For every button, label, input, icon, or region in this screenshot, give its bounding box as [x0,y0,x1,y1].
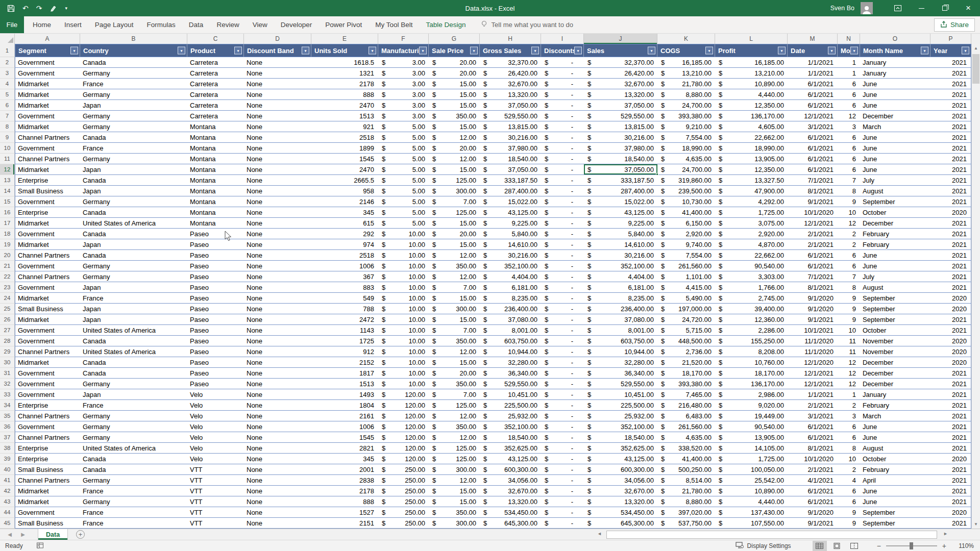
cell-D23[interactable]: None [244,282,311,293]
cell-O30[interactable]: December [860,357,930,368]
cell-H28[interactable]: $603,750.00 [480,336,541,346]
cell-D26[interactable]: None [244,314,311,325]
cell-P8[interactable]: 2021 [930,121,971,132]
cell-K33[interactable]: $7,465.00 [657,389,715,400]
cell-I13[interactable]: $- [541,175,584,186]
cell-K32[interactable]: $393,380.00 [657,379,715,389]
cell-D29[interactable]: None [244,346,311,357]
cell-I25[interactable]: $- [541,304,584,314]
cell-N25[interactable]: 9 [838,304,860,314]
cell-M45[interactable]: 9/1/2021 [788,518,838,529]
cell-N28[interactable]: 11 [838,336,860,346]
cell-B11[interactable]: Germany [80,154,187,164]
cell-K15[interactable]: $10,730.00 [657,196,715,207]
cell-A35[interactable]: Channel Partners [15,411,80,421]
cell-F4[interactable]: $3.00 [378,79,429,89]
cell-G11[interactable]: $12.00 [429,154,480,164]
cell-H32[interactable]: $529,550.00 [480,379,541,389]
cell-B33[interactable]: Japan [80,389,187,400]
cell-O20[interactable]: June [860,250,930,261]
close-button[interactable]: × [957,0,980,16]
cell-O44[interactable]: September [860,507,930,518]
cell-F24[interactable]: $10.00 [378,293,429,304]
cell-F12[interactable]: $5.00 [378,164,429,175]
cell-N17[interactable]: 12 [838,218,860,229]
cell-G28[interactable]: $350.00 [429,336,480,346]
cell-E5[interactable]: 888 [311,89,378,100]
cell-N21[interactable]: 6 [838,261,860,271]
cell-L24[interactable]: $2,745.00 [715,293,788,304]
row-header-5[interactable]: 5 [0,89,15,100]
cell-A42[interactable]: Midmarket [15,486,80,496]
cell-J36[interactable]: $352,100.00 [584,421,657,432]
cell-H45[interactable]: $645,300.00 [480,518,541,529]
cell-H35[interactable]: $25,932.00 [480,411,541,421]
cell-O14[interactable]: August [860,186,930,196]
cell-B25[interactable]: Japan [80,304,187,314]
cell-M38[interactable]: 8/1/2021 [788,443,838,454]
cell-K8[interactable]: $9,210.00 [657,121,715,132]
row-header-3[interactable]: 3 [0,68,15,79]
cell-B23[interactable]: Japan [80,282,187,293]
cell-H31[interactable]: $36,340.00 [480,368,541,379]
cell-J18[interactable]: $5,840.00 [584,229,657,239]
cell-N41[interactable]: 4 [838,475,860,486]
cell-F8[interactable]: $5.00 [378,121,429,132]
cell-O17[interactable]: December [860,218,930,229]
cell-G14[interactable]: $300.00 [429,186,480,196]
filter-dropdown-icon[interactable]: ▾ [470,47,478,55]
cell-L34[interactable]: $9,020.00 [715,400,788,411]
cell-A45[interactable]: Small Business [15,518,80,529]
cell-L32[interactable]: $136,170.00 [715,379,788,389]
cell-H2[interactable]: $32,370.00 [480,57,541,68]
cell-L31[interactable]: $18,170.00 [715,368,788,379]
cell-E29[interactable]: 912 [311,346,378,357]
cell-N34[interactable]: 2 [838,400,860,411]
cell-K36[interactable]: $261,560.00 [657,421,715,432]
cell-J30[interactable]: $32,280.00 [584,357,657,368]
row-header-1[interactable]: 1 [0,44,15,57]
cell-D27[interactable]: None [244,325,311,336]
cell-D44[interactable]: None [244,507,311,518]
cell-H43[interactable]: $13,320.00 [480,496,541,507]
cell-D17[interactable]: None [244,218,311,229]
ribbon-display-options-icon[interactable] [886,0,910,16]
cell-M14[interactable]: 8/1/2021 [788,186,838,196]
cell-H15[interactable]: $15,022.00 [480,196,541,207]
cell-A19[interactable]: Midmarket [15,239,80,250]
table-header-segment[interactable]: Segment▾ [15,44,80,57]
filter-dropdown-icon[interactable]: ▾ [648,47,655,55]
cell-N10[interactable]: 6 [838,143,860,154]
cell-N38[interactable]: 8 [838,443,860,454]
cell-E25[interactable]: 788 [311,304,378,314]
column-header-J[interactable]: J [584,34,657,44]
cell-E7[interactable]: 1513 [311,111,378,121]
cell-A10[interactable]: Government [15,143,80,154]
row-header-10[interactable]: 10 [0,143,15,154]
cell-K6[interactable]: $24,700.00 [657,100,715,111]
cell-H39[interactable]: $43,125.00 [480,454,541,464]
scroll-up-icon[interactable]: ▲ [972,44,980,53]
cell-E23[interactable]: 883 [311,282,378,293]
cell-O22[interactable]: July [860,271,930,282]
cell-M39[interactable]: 10/1/2020 [788,454,838,464]
cell-J2[interactable]: $32,370.00 [584,57,657,68]
filter-dropdown-icon[interactable]: ▾ [705,47,713,55]
cell-G7[interactable]: $350.00 [429,111,480,121]
vertical-scrollbar[interactable]: ▲ ▼ [971,44,980,529]
cell-M31[interactable]: 12/1/2021 [788,368,838,379]
cell-G38[interactable]: $125.00 [429,443,480,454]
cell-D43[interactable]: None [244,496,311,507]
cell-B31[interactable]: Canada [80,368,187,379]
cell-K29[interactable]: $2,736.00 [657,346,715,357]
cell-M6[interactable]: 6/1/2021 [788,100,838,111]
cell-P25[interactable]: 2020 [930,304,971,314]
cell-D40[interactable]: None [244,464,311,475]
cell-O31[interactable]: December [860,368,930,379]
cell-J29[interactable]: $10,944.00 [584,346,657,357]
cell-M35[interactable]: 3/1/2021 [788,411,838,421]
cell-C27[interactable]: Paseo [187,325,244,336]
cell-D2[interactable]: None [244,57,311,68]
table-header-gross-sales[interactable]: Gross Sales▾ [480,44,541,57]
cell-P17[interactable]: 2021 [930,218,971,229]
